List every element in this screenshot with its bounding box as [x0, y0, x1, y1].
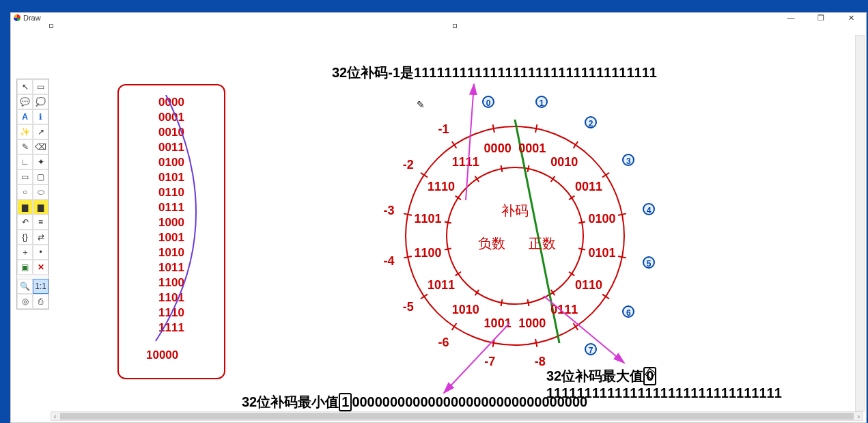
tool-ellipse-button[interactable]: ⬭: [33, 185, 48, 200]
tool-cursor-button[interactable]: ↖: [17, 79, 33, 94]
binary-label: 0011: [575, 180, 602, 193]
scroll-left-icon[interactable]: ‹: [51, 413, 59, 420]
tool-img-button[interactable]: ▣: [17, 260, 33, 275]
binary-label: 1110: [428, 180, 455, 193]
tool-pencil-button[interactable]: ✎: [17, 139, 33, 154]
svg-line-12: [602, 173, 609, 178]
svg-line-9: [528, 165, 529, 172]
canvas-area: ↖▭💬💭Aℹ✨↗✎⌫∟✦▭▢○⬭▆▆↶≡{}⇄＋•▣✕🔍1:1◎⎙ 000000…: [11, 23, 866, 422]
caption-neg1: 32位补码-1是11111111111111111111111111111111: [332, 64, 657, 82]
svg-line-28: [421, 295, 428, 299]
decimal-label: -2: [403, 158, 414, 172]
list-item: 1000: [158, 215, 184, 230]
tool-wand-button[interactable]: ✨: [17, 124, 33, 139]
tool-x-red-button[interactable]: ✕: [33, 260, 48, 275]
list-item: 1010: [158, 245, 184, 260]
selection-handle[interactable]: [453, 24, 457, 28]
svg-line-31: [445, 249, 451, 250]
svg-line-6: [493, 124, 494, 133]
value-badge: 0: [482, 96, 494, 108]
binary-label: 1011: [428, 278, 455, 292]
decimal-label: -8: [535, 355, 546, 368]
value-badge: 1: [535, 96, 548, 108]
binary-label: 0000: [484, 141, 512, 155]
tool-star-button[interactable]: ✦: [33, 154, 48, 169]
caption-max: 32位补码最大值01111111111111111111111111111111: [546, 367, 867, 401]
svg-line-37: [475, 176, 479, 182]
tool-zoom-button[interactable]: 🔍: [17, 279, 33, 294]
tool-rect2-button[interactable]: ▢: [33, 169, 48, 185]
scroll-right-icon[interactable]: ›: [855, 413, 863, 420]
svg-line-16: [618, 256, 626, 258]
list-item: 1110: [158, 305, 184, 320]
tool-balloon2-button[interactable]: 💭: [33, 94, 48, 109]
list-item: 1101: [158, 290, 184, 305]
app-window: Draw — ❐ ✕ ↖▭💬💭Aℹ✨↗✎⌫∟✦▭▢○⬭▆▆↶≡{}⇄＋•▣✕🔍1…: [10, 12, 867, 423]
minimize-button[interactable]: —: [776, 13, 806, 23]
svg-line-7: [501, 165, 503, 172]
list-item: 0001: [158, 110, 184, 125]
svg-line-21: [551, 290, 555, 295]
decimal-label: -7: [484, 355, 495, 368]
decimal-label: -3: [384, 204, 395, 217]
app-title: Draw: [23, 14, 41, 22]
list-item: 1111: [158, 320, 184, 336]
svg-text:正数: 正数: [529, 236, 556, 251]
list-item: 1001: [158, 230, 184, 245]
list-item: 0100: [158, 155, 184, 170]
tool-rect-button[interactable]: ▭: [17, 169, 33, 185]
tool-printer-button[interactable]: ⎙: [33, 294, 48, 309]
tool-dot-button[interactable]: •: [33, 245, 48, 260]
selection-handle[interactable]: [49, 24, 53, 28]
tool-marquee-button[interactable]: ▭: [33, 79, 48, 94]
list-item: 1011: [158, 260, 184, 275]
maximize-button[interactable]: ❐: [806, 13, 836, 23]
tool-one-one-button[interactable]: 1:1: [33, 279, 48, 294]
svg-line-22: [535, 339, 537, 347]
tool-circle-button[interactable]: ○: [17, 185, 33, 200]
tool-lines-button[interactable]: ≡: [33, 215, 48, 230]
tool-fill-yellow-button[interactable]: ▆: [17, 200, 33, 215]
binary-label: 1010: [452, 303, 479, 316]
svg-line-11: [551, 176, 555, 182]
tool-balloon-button[interactable]: 💬: [17, 94, 33, 109]
decimal-label: -6: [438, 336, 449, 349]
tool-info-button[interactable]: ℹ: [33, 109, 48, 124]
close-button[interactable]: ✕: [836, 13, 866, 23]
tool-angle-button[interactable]: ∟: [17, 154, 33, 169]
tool-arrow-ne-button[interactable]: ↗: [33, 124, 48, 139]
complement-circle-diagram: 补码负数正数0000000100100011010001010110011110…: [365, 99, 665, 372]
binary-list-box: 0000000100100011010001010110011110001001…: [117, 84, 225, 379]
window-controls: — ❐ ✕: [776, 13, 866, 23]
svg-line-18: [602, 295, 609, 299]
title-bar[interactable]: Draw — ❐ ✕: [11, 13, 866, 23]
svg-line-34: [421, 173, 428, 178]
svg-line-36: [452, 141, 457, 148]
tool-swap-button[interactable]: ⇄: [33, 230, 48, 245]
app-logo-icon: [14, 14, 20, 21]
binary-label: 0100: [588, 212, 615, 226]
drawing-canvas[interactable]: 0000000100100011010001010110011110001001…: [51, 36, 867, 423]
tool-text-a-button[interactable]: A: [17, 109, 33, 124]
svg-line-30: [404, 256, 412, 258]
tool-eraser-button[interactable]: ⌫: [33, 139, 48, 154]
svg-line-15: [578, 222, 585, 223]
horizontal-scrollbar[interactable]: ‹ ›: [51, 411, 863, 421]
svg-line-24: [493, 339, 494, 347]
binary-label: 0111: [550, 303, 578, 316]
binary-label: 0110: [575, 278, 602, 292]
vertical-scrollbar[interactable]: [855, 35, 865, 411]
svg-line-14: [618, 214, 626, 215]
list-item: 0000: [158, 95, 184, 110]
svg-line-23: [528, 299, 529, 306]
binary-label: 0101: [588, 246, 615, 260]
tool-braces-button[interactable]: {}: [17, 230, 33, 245]
svg-point-0: [406, 126, 624, 345]
scroll-thumb[interactable]: [60, 413, 853, 420]
tool-fill-yellow2-button[interactable]: ▆: [33, 200, 48, 215]
tool-undo-button[interactable]: ↶: [17, 215, 33, 230]
svg-line-33: [445, 222, 451, 223]
binary-label: 0001: [518, 141, 546, 155]
tool-plus-button[interactable]: ＋: [17, 245, 33, 260]
tool-target-button[interactable]: ◎: [17, 294, 33, 309]
